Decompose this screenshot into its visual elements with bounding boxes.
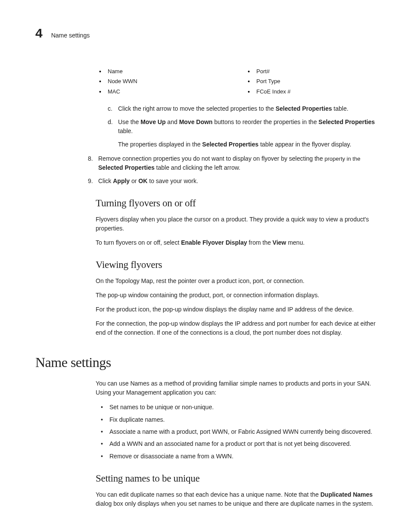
text: buttons to reorder the properties in the xyxy=(212,118,318,125)
bold-term: Selected Properties xyxy=(318,118,375,125)
text: table appear in the flyover display. xyxy=(258,141,351,148)
content-column: You can use Names as a method of providi… xyxy=(96,379,376,508)
heading-setting-names-unique: Setting names to be unique xyxy=(96,473,376,484)
property-bullets: Name Node WWN MAC Port# Port Type FCoE I… xyxy=(96,66,376,96)
heading-viewing-flyovers: Viewing flyovers xyxy=(96,259,376,271)
step-8: 8. Remove connection properties you do n… xyxy=(88,154,376,172)
list-item: Remove or disassociate a name from a WWN… xyxy=(99,451,376,461)
text: dialog box only displays when you set na… xyxy=(96,500,373,507)
step-marker: c. xyxy=(108,104,112,113)
heading-turning-flyovers: Turning flyovers on or off xyxy=(96,198,376,209)
paragraph: Flyovers display when you place the curs… xyxy=(96,215,376,233)
bold-term: OK xyxy=(138,177,147,184)
step-d: d. Use the Move Up and Move Down buttons… xyxy=(108,118,376,149)
step-marker: 8. xyxy=(88,154,93,163)
list-item: MAC xyxy=(96,87,227,96)
paragraph: For the product icon, the pop-up window … xyxy=(96,305,376,314)
text: You can edit duplicate names so that eac… xyxy=(96,491,321,498)
step-c: c. Click the right arrow to move the sel… xyxy=(108,104,376,113)
list-item: Name xyxy=(96,66,227,76)
list-item: Fix duplicate names. xyxy=(99,415,376,424)
name-settings-bullets: Set names to be unique or non-unique. Fi… xyxy=(99,402,376,461)
bold-term: Selected Properties xyxy=(202,141,258,148)
numbered-steps: 8. Remove connection properties you do n… xyxy=(88,154,376,186)
heading-name-settings: Name settings xyxy=(35,355,376,370)
paragraph: The pop-up window containing the product… xyxy=(96,291,376,300)
list-item: Port Type xyxy=(244,76,376,86)
text: Use the xyxy=(118,118,140,125)
text: The properties displayed in the xyxy=(118,141,202,148)
lettered-steps: c. Click the right arrow to move the sel… xyxy=(108,104,376,149)
text: or xyxy=(130,177,138,184)
list-item: Node WWN xyxy=(96,76,227,86)
paragraph: You can edit duplicate names so that eac… xyxy=(96,490,376,508)
page: 4 Name settings Name Node WWN MAC Port# … xyxy=(0,0,411,532)
paragraph: For the connection, the pop-up window di… xyxy=(96,319,376,337)
bold-term: Move Down xyxy=(179,118,213,125)
list-item: Port# xyxy=(244,66,376,76)
text: To turn flyovers on or off, select xyxy=(96,239,181,246)
bold-term: Apply xyxy=(113,177,130,184)
text: menu. xyxy=(286,239,305,246)
bold-term: Duplicated Names xyxy=(321,491,373,498)
bold-term: View xyxy=(273,239,286,246)
text: property in the xyxy=(324,156,360,162)
paragraph: You can use Names as a method of providi… xyxy=(96,379,376,397)
list-item: Associate a name with a product, port WW… xyxy=(99,427,376,436)
text: and xyxy=(165,118,179,125)
text: table. xyxy=(118,128,133,134)
list-item: FCoE Index # xyxy=(244,87,376,96)
page-header: 4 Name settings xyxy=(35,26,376,40)
bold-term: Move Up xyxy=(140,118,165,125)
content-column: Name Node WWN MAC Port# Port Type FCoE I… xyxy=(96,66,376,337)
text: table. xyxy=(332,105,348,112)
step-marker: 9. xyxy=(88,177,93,186)
bullets-left: Name Node WWN MAC xyxy=(96,66,227,96)
text: Click the right arrow to move the select… xyxy=(118,105,276,112)
text: Remove connection properties you do not … xyxy=(98,155,324,162)
paragraph: To turn flyovers on or off, select Enabl… xyxy=(96,238,376,247)
header-title: Name settings xyxy=(51,32,90,39)
step-9: 9. Click Apply or OK to save your work. xyxy=(88,177,376,186)
text: to save your work. xyxy=(147,177,198,184)
step-note: The properties displayed in the Selected… xyxy=(118,140,376,149)
text: from the xyxy=(247,239,272,246)
bold-term: Selected Properties xyxy=(276,105,332,112)
paragraph: On the Topology Map, rest the pointer ov… xyxy=(96,277,376,286)
bold-term: Selected Properties xyxy=(98,164,155,171)
list-item: Set names to be unique or non-unique. xyxy=(99,402,376,412)
chapter-number: 4 xyxy=(35,26,43,40)
step-marker: d. xyxy=(108,118,113,127)
bold-term: Enable Flyover Display xyxy=(181,239,247,246)
text: table and clicking the left arrow. xyxy=(155,164,240,171)
major-section: Name settings You can use Names as a met… xyxy=(35,355,376,508)
bullets-right: Port# Port Type FCoE Index # xyxy=(244,66,376,96)
list-item: Add a WWN and an associated name for a p… xyxy=(99,439,376,448)
text: Click xyxy=(98,177,113,184)
